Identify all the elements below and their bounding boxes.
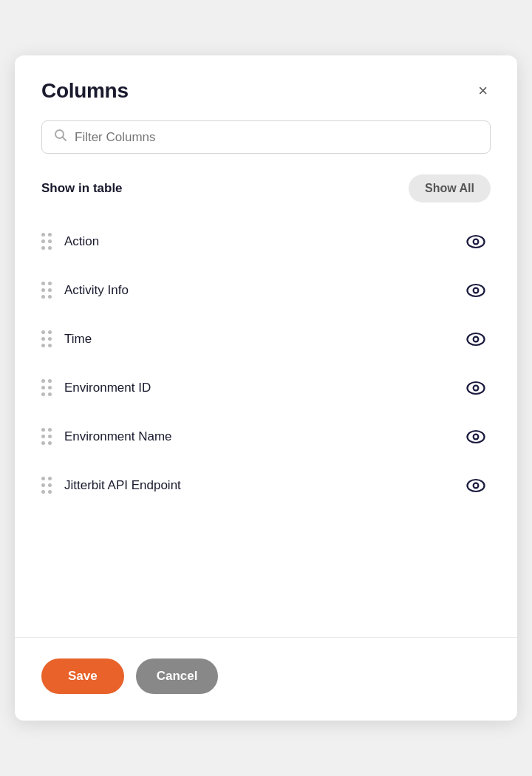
modal-footer: Save Cancel (15, 637, 517, 721)
column-item: Environment Name (41, 412, 491, 461)
svg-point-10 (474, 338, 477, 341)
column-item: Environment ID (41, 364, 491, 412)
eye-icon (464, 331, 488, 347)
column-item: Action (41, 217, 491, 266)
visibility-toggle-button[interactable] (461, 377, 491, 399)
modal-title: Columns (41, 79, 129, 103)
eye-icon (464, 234, 488, 250)
close-icon: × (478, 83, 488, 99)
column-label: Jitterbit API Endpoint (64, 478, 449, 493)
column-label: Time (64, 332, 449, 347)
show-all-button[interactable]: Show All (409, 174, 491, 202)
drag-handle-icon[interactable] (41, 282, 52, 299)
visibility-toggle-button[interactable] (461, 328, 491, 350)
modal-header: Columns × (15, 55, 517, 120)
column-label: Environment ID (64, 381, 449, 395)
eye-icon (464, 477, 488, 494)
svg-point-16 (474, 435, 477, 438)
column-label: Activity Info (64, 283, 449, 298)
column-list: Action Activity Info Time Environment ID (41, 217, 491, 510)
eye-icon (464, 429, 488, 445)
column-item: Jitterbit API Endpoint (41, 461, 491, 510)
columns-modal: Columns × Show in table Show All Action (15, 55, 517, 721)
visibility-toggle-button[interactable] (461, 279, 491, 302)
column-item: Activity Info (41, 266, 491, 315)
save-button[interactable]: Save (41, 658, 124, 694)
drag-handle-icon[interactable] (41, 477, 52, 494)
column-label: Action (64, 234, 449, 249)
drag-handle-icon[interactable] (41, 428, 52, 446)
close-button[interactable]: × (475, 80, 491, 102)
modal-body: Show in table Show All Action Activity I… (15, 120, 517, 622)
svg-point-19 (474, 484, 477, 487)
column-label: Environment Name (64, 429, 449, 444)
svg-point-7 (474, 289, 477, 292)
search-container (41, 120, 491, 154)
search-icon (54, 129, 67, 146)
search-input[interactable] (75, 130, 478, 145)
drag-handle-icon[interactable] (41, 233, 52, 251)
svg-point-4 (474, 240, 477, 243)
drag-handle-icon[interactable] (41, 379, 52, 397)
visibility-toggle-button[interactable] (461, 231, 491, 253)
visibility-toggle-button[interactable] (461, 474, 491, 497)
visibility-toggle-button[interactable] (461, 426, 491, 448)
svg-point-13 (474, 387, 477, 389)
section-header: Show in table Show All (41, 174, 491, 202)
eye-icon (464, 380, 488, 396)
cancel-button[interactable]: Cancel (136, 658, 219, 694)
section-title: Show in table (41, 181, 123, 196)
drag-handle-icon[interactable] (41, 330, 52, 348)
column-item: Time (41, 315, 491, 364)
eye-icon (464, 282, 488, 299)
svg-line-1 (63, 137, 66, 141)
